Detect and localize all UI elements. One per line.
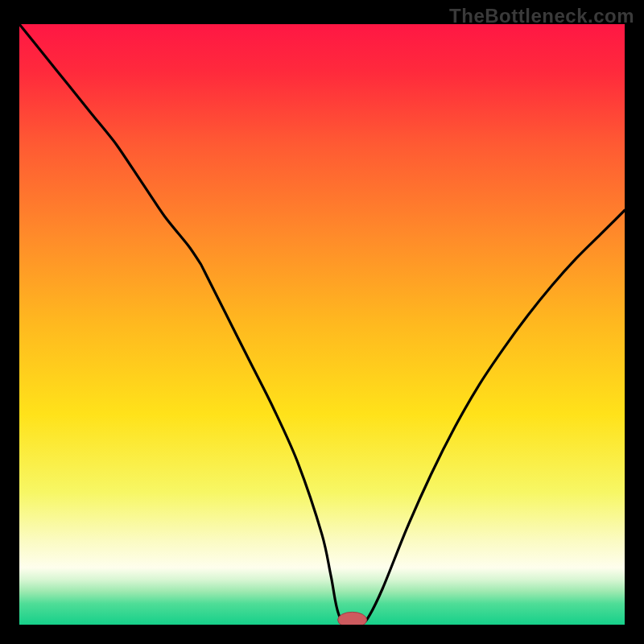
chart-svg — [19, 24, 625, 625]
plot-area — [19, 24, 625, 625]
chart-stage: TheBottleneck.com — [0, 0, 644, 644]
minimum-marker — [338, 612, 367, 625]
